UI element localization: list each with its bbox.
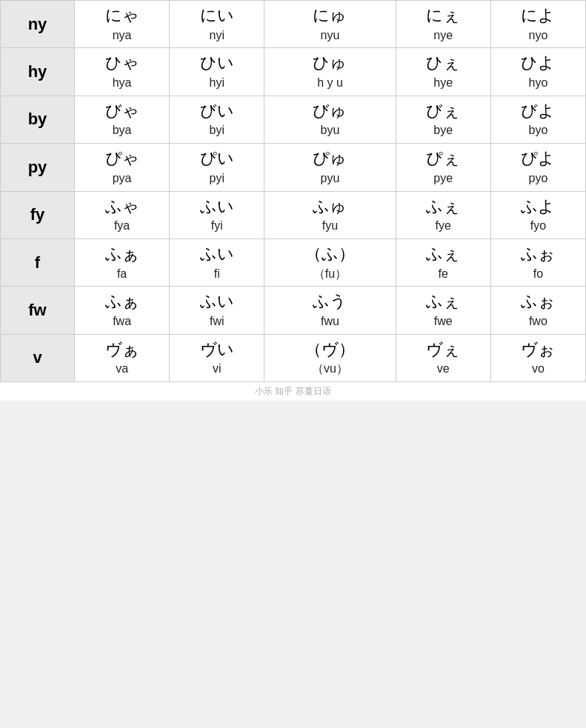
cell-py-1: ぴいpyi — [170, 144, 264, 191]
romaji-v-2: （vu） — [312, 361, 348, 377]
cell-v-2: （ヴ）（vu） — [264, 334, 396, 381]
row-header-fy: fy — [1, 191, 75, 238]
romaji-fw-2: fwu — [321, 314, 339, 330]
cell-f-4: ふぉfo — [490, 238, 585, 286]
hiragana-fy-0: ふゃ — [105, 196, 139, 218]
cell-py-3: ぴぇpye — [396, 144, 490, 191]
hiragana-ny-3: にぇ — [426, 5, 460, 27]
hiragana-f-4: ふぉ — [521, 244, 555, 265]
hiragana-ny-2: にゅ — [313, 5, 347, 27]
hiragana-fy-1: ふい — [200, 196, 234, 218]
cell-fw-3: ふぇfwe — [396, 287, 490, 334]
main-container: nyにゃnyaにいnyiにゅnyuにぇnyeによnyohyひゃhyaひいhyiひ… — [0, 0, 586, 401]
romaji-hy-3: hye — [433, 76, 453, 91]
row-header-hy: hy — [1, 48, 75, 96]
romaji-ny-2: nyu — [321, 28, 340, 44]
cell-f-2: （ふ）（fu） — [264, 238, 396, 286]
hiragana-by-0: びゃ — [105, 101, 139, 122]
romaji-fw-4: fwo — [529, 314, 547, 330]
hiragana-v-4: ヴぉ — [521, 339, 555, 361]
cell-fy-4: ふよfyo — [490, 191, 585, 238]
cell-by-2: びゅbyu — [264, 96, 396, 143]
hiragana-table: nyにゃnyaにいnyiにゅnyuにぇnyeによnyohyひゃhyaひいhyiひ… — [0, 0, 586, 382]
hiragana-fw-2: ふう — [313, 291, 347, 313]
romaji-fy-4: fyo — [530, 218, 546, 234]
cell-hy-3: ひぇhye — [396, 48, 490, 96]
cell-py-4: ぴよpyo — [490, 144, 585, 191]
hiragana-f-3: ふぇ — [426, 244, 460, 265]
hiragana-ny-4: によ — [521, 5, 555, 27]
hiragana-py-1: ぴい — [200, 148, 234, 170]
romaji-fy-3: fye — [435, 218, 450, 234]
cell-ny-2: にゅnyu — [264, 1, 396, 48]
romaji-f-2: （fu） — [313, 267, 347, 282]
cell-hy-4: ひよhyo — [490, 48, 585, 96]
hiragana-f-1: ふい — [200, 244, 234, 265]
cell-fw-1: ふいfwi — [170, 287, 264, 334]
hiragana-fw-1: ふい — [200, 291, 234, 313]
romaji-hy-1: hyi — [210, 76, 224, 91]
row-header-f: f — [1, 238, 75, 286]
cell-fy-2: ふゅfyu — [264, 191, 396, 238]
hiragana-v-0: ヴぁ — [105, 339, 139, 361]
hiragana-hy-3: ひぇ — [426, 53, 460, 74]
cell-ny-0: にゃnya — [75, 1, 170, 48]
cell-by-1: びいbyi — [170, 96, 264, 143]
cell-hy-1: ひいhyi — [170, 48, 264, 96]
romaji-f-1: fi — [214, 267, 220, 282]
romaji-py-3: pye — [433, 171, 453, 187]
romaji-ny-3: nye — [433, 28, 453, 44]
row-header-by: by — [1, 96, 75, 143]
romaji-by-0: bya — [113, 123, 132, 138]
hiragana-py-2: ぴゅ — [313, 148, 347, 170]
row-header-py: py — [1, 144, 75, 191]
romaji-fw-3: fwe — [434, 314, 453, 330]
hiragana-v-3: ヴぇ — [426, 339, 460, 361]
hiragana-ny-0: にゃ — [105, 5, 139, 27]
hiragana-f-2: （ふ） — [305, 244, 355, 265]
romaji-fw-1: fwi — [210, 314, 224, 330]
romaji-v-1: vi — [213, 361, 222, 377]
cell-fy-3: ふぇfye — [396, 191, 490, 238]
hiragana-hy-1: ひい — [200, 53, 234, 74]
cell-ny-1: にいnyi — [170, 1, 264, 48]
hiragana-v-2: （ヴ） — [305, 339, 355, 361]
hiragana-by-4: びよ — [521, 101, 555, 122]
cell-hy-0: ひゃhya — [75, 48, 170, 96]
hiragana-by-2: びゅ — [313, 101, 347, 122]
romaji-hy-2: h y u — [317, 76, 343, 91]
hiragana-fw-4: ふぉ — [521, 291, 555, 313]
cell-fw-0: ふぁfwa — [75, 287, 170, 334]
romaji-f-0: fa — [117, 267, 127, 282]
cell-py-0: ぴゃpya — [75, 144, 170, 191]
row-header-ny: ny — [1, 1, 75, 48]
hiragana-py-3: ぴぇ — [426, 148, 460, 170]
romaji-v-3: ve — [437, 361, 450, 377]
hiragana-fw-3: ふぇ — [426, 291, 460, 313]
cell-ny-4: によnyo — [490, 1, 585, 48]
hiragana-py-4: ぴよ — [521, 148, 555, 170]
romaji-py-2: pyu — [321, 171, 340, 187]
romaji-fw-0: fwa — [113, 314, 131, 330]
cell-v-0: ヴぁva — [75, 334, 170, 381]
hiragana-fy-3: ふぇ — [426, 196, 460, 218]
hiragana-hy-4: ひよ — [521, 53, 555, 74]
hiragana-by-3: びぇ — [426, 101, 460, 122]
cell-f-1: ふいfi — [170, 238, 264, 286]
cell-fw-2: ふうfwu — [264, 287, 396, 334]
romaji-hy-0: hya — [113, 76, 132, 91]
romaji-ny-4: nyo — [528, 28, 547, 44]
hiragana-fy-4: ふよ — [521, 196, 555, 218]
hiragana-f-0: ふぁ — [105, 244, 139, 265]
cell-py-2: ぴゅpyu — [264, 144, 396, 191]
romaji-py-0: pya — [113, 171, 132, 187]
romaji-f-3: fe — [438, 267, 447, 282]
hiragana-py-0: ぴゃ — [105, 148, 139, 170]
cell-fy-1: ふいfyi — [170, 191, 264, 238]
hiragana-by-1: びい — [200, 101, 234, 122]
cell-ny-3: にぇnye — [396, 1, 490, 48]
romaji-py-4: pyo — [528, 171, 547, 187]
hiragana-v-1: ヴい — [200, 339, 234, 361]
cell-fw-4: ふぉfwo — [490, 287, 585, 334]
cell-by-4: びよbyo — [490, 96, 585, 143]
